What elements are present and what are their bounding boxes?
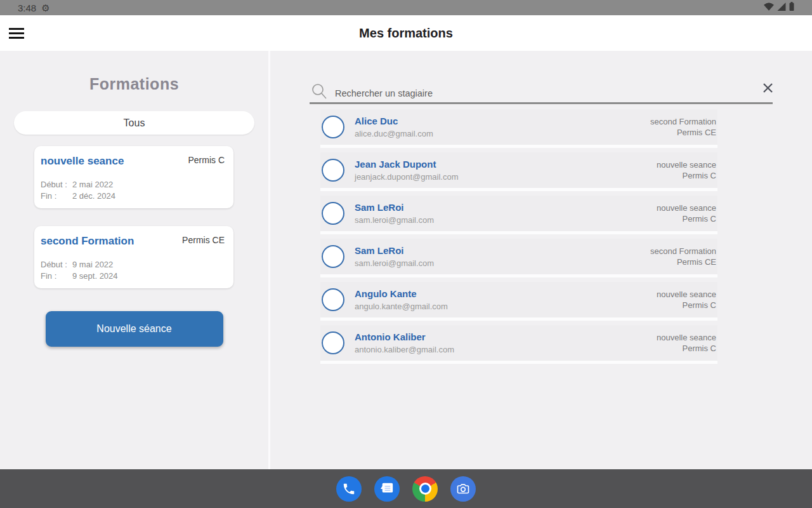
formation-title: second Formation (41, 235, 134, 248)
avatar (322, 331, 344, 354)
start-label: Début : (41, 259, 72, 271)
trainee-row[interactable]: Alice Duc alice.duc@gmail.com second For… (320, 109, 717, 145)
trainee-row[interactable]: Antonio Kaliber antonio.kaliber@gmail.co… (320, 325, 717, 361)
trainee-name: Angulo Kante (355, 288, 657, 299)
avatar (322, 116, 344, 138)
battery-icon (789, 2, 794, 13)
trainee-name: Jean Jack Dupont (355, 159, 657, 170)
trainee-row[interactable]: Jean Jack Dupont jeanjack.dupont@gmail.c… (320, 152, 717, 188)
menu-icon[interactable] (9, 25, 27, 41)
trainee-email: sam.leroi@gmail.com (355, 258, 650, 268)
trainee-formation: nouvelle seance (657, 289, 716, 300)
clock: 3:48 (18, 3, 36, 13)
formation-permit: Permis CE (182, 235, 225, 245)
trainee-email: sam.leroi@gmail.com (355, 215, 657, 225)
start-date: 2 mai 2022 (72, 179, 113, 190)
trainee-name: Antonio Kaliber (355, 331, 657, 342)
app-bar: Mes formations (0, 15, 812, 51)
search-icon (311, 83, 327, 102)
end-date: 9 sept. 2024 (72, 271, 118, 282)
trainee-name: Sam LeRoi (355, 245, 650, 256)
formations-heading: Formations (0, 75, 268, 93)
trainee-permit: Permis C (657, 170, 716, 181)
page-title: Mes formations (0, 26, 812, 41)
wifi-icon (764, 2, 774, 13)
trainee-permit: Permis C (657, 213, 716, 224)
trainee-name: Alice Duc (355, 116, 650, 126)
end-label: Fin : (41, 190, 72, 202)
start-date: 9 mai 2022 (72, 259, 113, 271)
trainee-email: antonio.kaliber@gmail.com (355, 345, 657, 354)
trainees-panel: Alice Duc alice.duc@gmail.com second For… (272, 51, 812, 469)
dock (0, 469, 812, 508)
trainee-email: alice.duc@gmail.com (355, 129, 650, 138)
formation-permit: Permis C (188, 155, 225, 165)
avatar (322, 159, 344, 182)
trainee-row[interactable]: Angulo Kante angulo.kante@gmail.com nouv… (320, 282, 717, 318)
camera-icon[interactable] (450, 476, 476, 502)
trainee-formation: second Formation (650, 116, 716, 127)
trainee-email: jeanjack.dupont@gmail.com (355, 172, 657, 182)
trainee-permit: Permis C (657, 343, 716, 354)
avatar (322, 288, 344, 311)
avatar (322, 202, 344, 225)
formation-card[interactable]: second Formation Permis CE Début : 9 mai… (34, 226, 233, 288)
gear-icon: ⚙ (41, 3, 49, 13)
trainee-row[interactable]: Sam LeRoi sam.leroi@gmail.com second For… (320, 239, 717, 274)
filter-all-button[interactable]: Tous (14, 111, 254, 135)
trainee-formation: second Formation (650, 246, 716, 257)
trainee-permit: Permis CE (650, 127, 716, 138)
search-bar (310, 84, 773, 104)
signal-icon (777, 2, 786, 13)
trainee-list: Alice Duc alice.duc@gmail.com second For… (320, 109, 717, 368)
trainee-row[interactable]: Sam LeRoi sam.leroi@gmail.com nouvelle s… (320, 196, 717, 231)
formations-panel: Formations Tous nouvelle seance Permis C… (0, 51, 270, 469)
trainee-formation: nouvelle seance (657, 332, 716, 343)
trainee-name: Sam LeRoi (355, 202, 657, 213)
clear-search-icon[interactable] (759, 79, 776, 97)
trainee-formation: nouvelle seance (657, 159, 716, 170)
avatar (322, 245, 344, 268)
end-label: Fin : (41, 271, 72, 282)
phone-icon[interactable] (336, 476, 362, 502)
trainee-permit: Permis CE (650, 257, 716, 267)
chrome-icon[interactable] (412, 476, 438, 502)
end-date: 2 déc. 2024 (72, 190, 115, 202)
content-area: Formations Tous nouvelle seance Permis C… (0, 51, 812, 469)
trainee-permit: Permis C (657, 300, 716, 311)
trainee-email: angulo.kante@gmail.com (355, 302, 657, 311)
status-bar: 3:48 ⚙ (0, 0, 812, 15)
formation-title: nouvelle seance (41, 155, 124, 168)
search-input[interactable] (335, 88, 773, 98)
start-label: Début : (41, 179, 72, 190)
chrome-icon-center (421, 485, 429, 493)
messages-icon[interactable] (374, 476, 400, 502)
formation-card[interactable]: nouvelle seance Permis C Début : 2 mai 2… (34, 146, 233, 208)
trainee-formation: nouvelle seance (657, 203, 716, 213)
new-session-button[interactable]: Nouvelle séance (46, 311, 223, 347)
